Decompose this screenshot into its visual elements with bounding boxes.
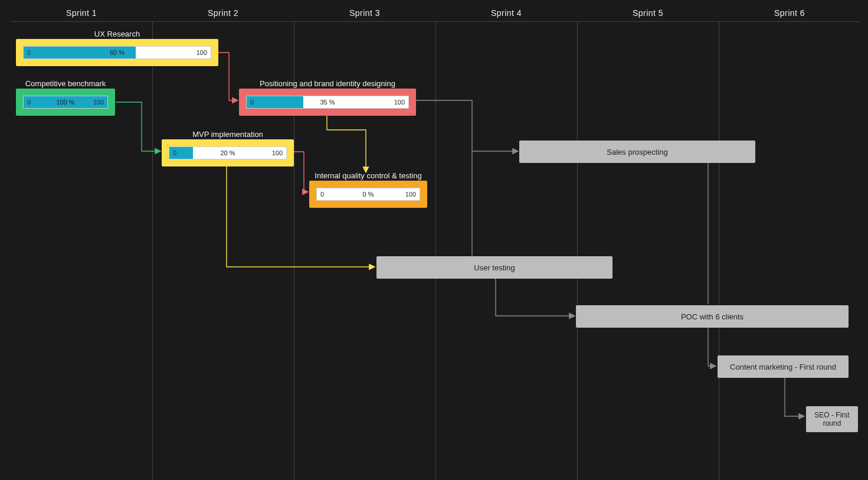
sprint-header: Sprint 6 bbox=[719, 8, 860, 18]
task-label: Content marketing - First round bbox=[730, 363, 836, 371]
progress-max: 100 bbox=[196, 49, 207, 56]
column-line bbox=[577, 22, 578, 480]
task-positioning[interactable]: 0 35 % 100 bbox=[239, 89, 416, 116]
sprint-header: Sprint 3 bbox=[294, 8, 435, 18]
task-title: Competitive benchmark bbox=[16, 79, 115, 88]
task-label: User testing bbox=[474, 263, 515, 272]
task-content-marketing[interactable]: Content marketing - First round bbox=[718, 355, 849, 378]
divider bbox=[577, 21, 719, 22]
task-mvp[interactable]: 0 20 % 100 bbox=[162, 139, 294, 166]
divider bbox=[152, 21, 294, 22]
progress-value: 0 % bbox=[317, 191, 420, 198]
progress-value: 20 % bbox=[169, 149, 286, 156]
task-label: POC with 6 clients bbox=[681, 312, 743, 321]
task-ux-research[interactable]: 0 60 % 100 bbox=[16, 39, 218, 66]
gantt-diagram: Sprint 1 Sprint 2 Sprint 3 Sprint 4 Spri… bbox=[0, 0, 868, 480]
column-line bbox=[152, 22, 153, 480]
task-poc[interactable]: POC with 6 clients bbox=[576, 305, 849, 328]
task-internal-qc[interactable]: 0 0 % 100 bbox=[309, 181, 427, 208]
divider bbox=[294, 21, 435, 22]
task-title: MVP implementation bbox=[162, 130, 294, 139]
progress-max: 100 bbox=[272, 149, 283, 156]
progress-value: 35 % bbox=[247, 99, 408, 106]
column-line bbox=[435, 22, 436, 480]
divider bbox=[11, 21, 152, 22]
task-sales-prospecting[interactable]: Sales prospecting bbox=[519, 141, 755, 163]
divider bbox=[719, 21, 860, 22]
task-seo[interactable]: SEO - First round bbox=[806, 406, 858, 432]
progress-max: 100 bbox=[405, 191, 416, 198]
task-label: Sales prospecting bbox=[607, 148, 667, 156]
task-title: Positioning and brand identity designing bbox=[239, 79, 416, 88]
task-label: SEO - First round bbox=[808, 411, 856, 427]
sprint-header: Sprint 2 bbox=[152, 8, 294, 18]
task-competitive-benchmark[interactable]: 0 100 % 100 bbox=[16, 89, 115, 116]
progress-max: 100 bbox=[93, 99, 104, 106]
task-title: Internal quality control & testing bbox=[309, 171, 427, 180]
sprint-header: Sprint 1 bbox=[11, 8, 152, 18]
divider bbox=[435, 21, 577, 22]
task-title: UX Research bbox=[16, 30, 218, 38]
sprint-header: Sprint 4 bbox=[435, 8, 577, 18]
task-user-testing[interactable]: User testing bbox=[376, 256, 612, 279]
progress-value: 60 % bbox=[24, 49, 211, 56]
progress-max: 100 bbox=[394, 99, 405, 106]
column-line bbox=[719, 22, 719, 480]
connectors bbox=[0, 0, 868, 480]
sprint-header: Sprint 5 bbox=[577, 8, 719, 18]
